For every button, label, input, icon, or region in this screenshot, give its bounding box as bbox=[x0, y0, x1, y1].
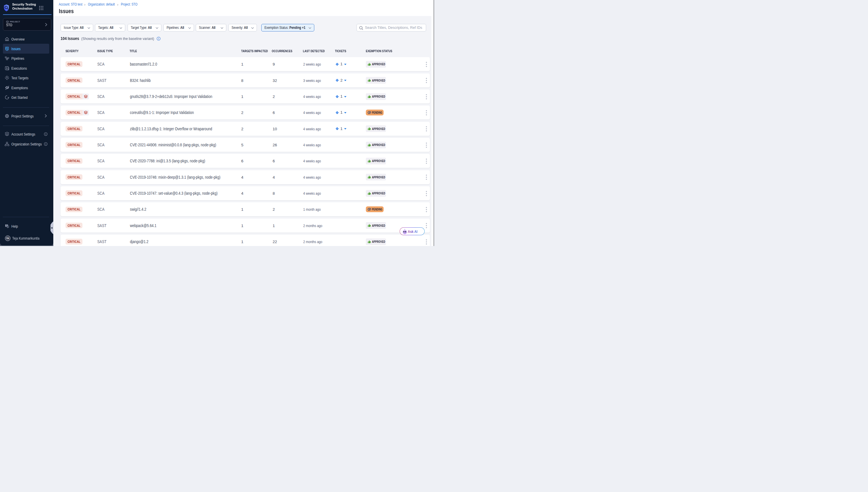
svg-text:?: ? bbox=[6, 224, 7, 226]
